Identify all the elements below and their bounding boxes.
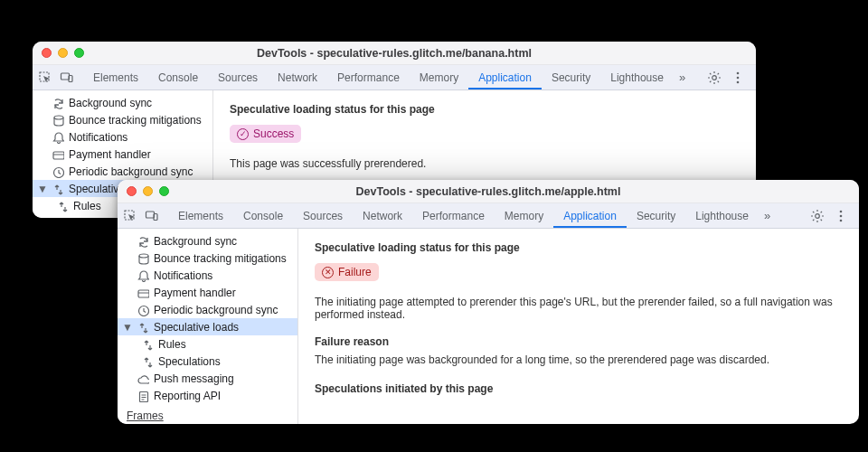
sidebar-section-frames[interactable]: Frames (118, 404, 297, 424)
close-icon[interactable] (42, 48, 52, 58)
card-icon (137, 287, 149, 299)
minimize-icon[interactable] (58, 48, 68, 58)
tab-sources[interactable]: Sources (293, 203, 353, 228)
close-icon[interactable] (127, 186, 137, 196)
tab-network[interactable]: Network (268, 65, 327, 89)
failure-reason-heading: Failure reason (315, 335, 843, 348)
sidebar-item-label: Background sync (154, 235, 237, 248)
sidebar-item-label: Rules (73, 200, 101, 212)
more-icon[interactable] (834, 209, 848, 223)
status-badge: ✕ Failure (315, 263, 379, 281)
content-heading: Speculative loading status for this page (230, 103, 740, 116)
disclosure-triangle-icon[interactable]: ▼ (38, 183, 47, 195)
device-toggle-icon[interactable] (60, 71, 74, 85)
settings-icon[interactable] (707, 71, 722, 85)
application-sidebar: Background sync Bounce tracking mitigati… (118, 229, 298, 424)
tab-console[interactable]: Console (148, 65, 208, 89)
tab-sources[interactable]: Sources (208, 65, 268, 89)
sidebar-item-rules[interactable]: Rules (118, 335, 297, 353)
inspect-icon[interactable] (38, 71, 52, 85)
more-icon[interactable] (731, 71, 745, 85)
sidebar-item-speculations[interactable]: Speculations (118, 353, 297, 370)
report-icon (137, 390, 149, 402)
check-circle-icon: ✓ (237, 128, 249, 140)
sidebar-item-notifications[interactable]: Notifications (33, 128, 212, 146)
status-badge: ✓ Success (230, 125, 301, 143)
tab-console[interactable]: Console (233, 203, 293, 228)
settings-icon[interactable] (810, 209, 825, 223)
tab-performance[interactable]: Performance (412, 203, 495, 228)
tab-performance[interactable]: Performance (327, 65, 410, 89)
more-tabs-icon[interactable]: » (759, 209, 776, 222)
bell-icon (52, 131, 64, 144)
tab-elements[interactable]: Elements (168, 203, 233, 228)
status-label: Success (253, 127, 294, 140)
sidebar-item-label: Background sync (69, 97, 152, 109)
sidebar-item-payment-handler[interactable]: Payment handler (33, 146, 212, 163)
tab-memory[interactable]: Memory (410, 65, 468, 89)
tab-lighthouse[interactable]: Lighthouse (600, 65, 674, 89)
tab-lighthouse[interactable]: Lighthouse (685, 203, 759, 228)
status-message: The initiating page attempted to prerend… (315, 296, 843, 321)
sidebar-item-label: Speculations (158, 355, 221, 368)
sidebar-item-label: Periodic background sync (69, 165, 193, 178)
more-tabs-icon[interactable]: » (674, 71, 691, 84)
zoom-icon[interactable] (159, 186, 169, 196)
window-title: DevTools - speculative-rules.glitch.me/b… (33, 47, 756, 60)
inspect-icon[interactable] (123, 209, 137, 223)
database-icon (137, 252, 149, 265)
sidebar-item-label: Rules (158, 338, 186, 351)
sidebar-item-notifications[interactable]: Notifications (118, 267, 297, 284)
loads-icon (52, 183, 64, 195)
sidebar-item-label: Notifications (154, 269, 212, 282)
titlebar[interactable]: DevTools - speculative-rules.glitch.me/b… (33, 42, 756, 65)
device-toggle-icon[interactable] (145, 209, 159, 223)
disclosure-triangle-icon[interactable]: ▼ (123, 321, 132, 334)
tab-security[interactable]: Security (627, 203, 685, 228)
titlebar[interactable]: DevTools - speculative-rules.glitch.me/a… (118, 180, 859, 203)
sidebar-item-periodic-sync[interactable]: Periodic background sync (33, 163, 212, 180)
x-circle-icon: ✕ (322, 267, 334, 278)
loads-icon (137, 321, 149, 334)
sidebar-item-reporting-api[interactable]: Reporting API (118, 387, 297, 404)
bell-icon (137, 269, 149, 282)
sidebar-item-label: Push messaging (154, 372, 234, 385)
window-title: DevTools - speculative-rules.glitch.me/a… (118, 185, 859, 198)
sidebar-item-background-sync[interactable]: Background sync (33, 94, 212, 111)
database-icon (52, 114, 64, 127)
sidebar-item-push-messaging[interactable]: Push messaging (118, 370, 297, 387)
sidebar-item-label: Specula (73, 217, 112, 219)
sidebar-item-bounce-tracking[interactable]: Bounce tracking mitigations (118, 250, 297, 267)
sidebar-item-speculative-loads[interactable]: ▼Speculative loads (118, 318, 297, 335)
tab-elements[interactable]: Elements (83, 65, 148, 89)
speculations-heading: Speculations initiated by this page (315, 382, 843, 395)
loads-icon (56, 200, 69, 212)
content-pane: Speculative loading status for this page… (298, 229, 859, 424)
tab-application[interactable]: Application (468, 65, 542, 89)
sidebar-item-label: Notifications (69, 131, 127, 144)
traffic-lights (33, 48, 84, 58)
sidebar-item-label: Speculative loads (154, 321, 239, 334)
sidebar-item-background-sync[interactable]: Background sync (118, 232, 297, 250)
status-label: Failure (338, 266, 372, 278)
sidebar-item-label: Payment handler (69, 148, 151, 161)
panel-tabbar: Elements Console Sources Network Perform… (33, 65, 756, 90)
sidebar-item-payment-handler[interactable]: Payment handler (118, 284, 297, 301)
sidebar-item-label: Payment handler (154, 287, 236, 299)
tab-application[interactable]: Application (553, 203, 627, 228)
tab-security[interactable]: Security (542, 65, 600, 89)
card-icon (52, 148, 64, 161)
tab-network[interactable]: Network (353, 203, 412, 228)
tab-memory[interactable]: Memory (495, 203, 553, 228)
loads-icon (141, 338, 154, 351)
clock-icon (137, 304, 149, 316)
sidebar-item-periodic-sync[interactable]: Periodic background sync (118, 301, 297, 318)
devtools-window-apple: DevTools - speculative-rules.glitch.me/a… (118, 180, 859, 424)
loads-icon (56, 217, 69, 219)
sidebar-item-bounce-tracking[interactable]: Bounce tracking mitigations (33, 111, 212, 128)
minimize-icon[interactable] (143, 186, 153, 196)
clock-icon (52, 165, 64, 178)
status-message: This page was successfully prerendered. (230, 157, 740, 170)
tabs: Elements Console Sources Network Perform… (168, 203, 805, 228)
zoom-icon[interactable] (74, 48, 84, 58)
